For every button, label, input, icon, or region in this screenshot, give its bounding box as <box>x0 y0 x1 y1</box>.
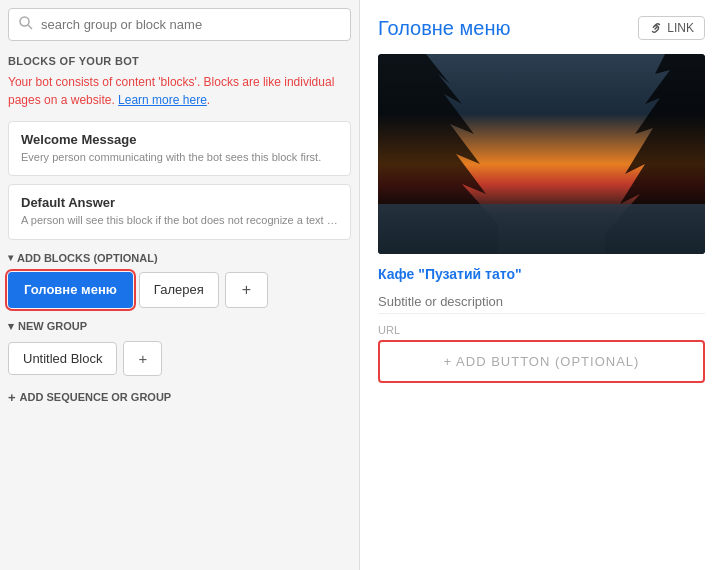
untitled-add-button[interactable]: + <box>123 341 162 376</box>
tab-golovne-menu[interactable]: Головне меню <box>8 272 133 308</box>
default-answer-desc: A person will see this block if the bot … <box>21 213 338 228</box>
add-blocks-label: ▾ ADD BLOCKS (OPTIONAL) <box>8 252 351 264</box>
search-icon <box>19 16 33 33</box>
card-title: Кафе "Пузатий тато" <box>378 266 705 282</box>
right-panel: Головне меню LINK Кафе "Пузатий тато" UR… <box>360 0 723 570</box>
link-button[interactable]: LINK <box>638 16 705 40</box>
learn-more-link[interactable]: Learn more here <box>118 93 207 107</box>
image-block[interactable] <box>378 54 705 254</box>
triangle-icon: ▾ <box>8 252 13 263</box>
add-button-label: + ADD BUTTON (OPTIONAL) <box>444 354 640 369</box>
search-input[interactable] <box>41 17 340 32</box>
plus-icon: + <box>8 390 16 405</box>
welcome-message-card[interactable]: Welcome Message Every person communicati… <box>8 121 351 176</box>
link-icon <box>649 21 663 35</box>
blocks-section-title: BLOCKS OF YOUR BOT <box>8 55 351 67</box>
link-label: LINK <box>667 21 694 35</box>
new-group-label: ▾ NEW GROUP <box>8 320 351 333</box>
default-answer-card[interactable]: Default Answer A person will see this bl… <box>8 184 351 239</box>
water-reflection <box>378 204 705 254</box>
default-answer-title: Default Answer <box>21 195 338 210</box>
add-sequence-label[interactable]: + ADD SEQUENCE OR GROUP <box>8 390 351 405</box>
tab-gallery[interactable]: Галерея <box>139 272 219 308</box>
search-box[interactable] <box>8 8 351 41</box>
blocks-desc: Your bot consists of content 'blocks'. B… <box>8 73 351 109</box>
subtitle-input[interactable] <box>378 290 705 314</box>
untitled-block-button[interactable]: Untitled Block <box>8 342 117 375</box>
add-block-button[interactable]: + <box>225 272 268 308</box>
right-header: Головне меню LINK <box>378 16 705 40</box>
svg-point-0 <box>20 17 29 26</box>
untitled-row: Untitled Block + <box>8 341 351 376</box>
welcome-message-desc: Every person communicating with the bot … <box>21 150 338 165</box>
image-inner <box>378 54 705 254</box>
url-label: URL <box>378 324 705 336</box>
page-title: Головне меню <box>378 17 510 40</box>
left-panel: BLOCKS OF YOUR BOT Your bot consists of … <box>0 0 360 570</box>
welcome-message-title: Welcome Message <box>21 132 338 147</box>
blocks-tabs-row: Головне меню Галерея + <box>8 272 351 308</box>
svg-line-1 <box>28 25 32 29</box>
add-button-box[interactable]: + ADD BUTTON (OPTIONAL) <box>378 340 705 383</box>
triangle-icon-2: ▾ <box>8 320 14 333</box>
